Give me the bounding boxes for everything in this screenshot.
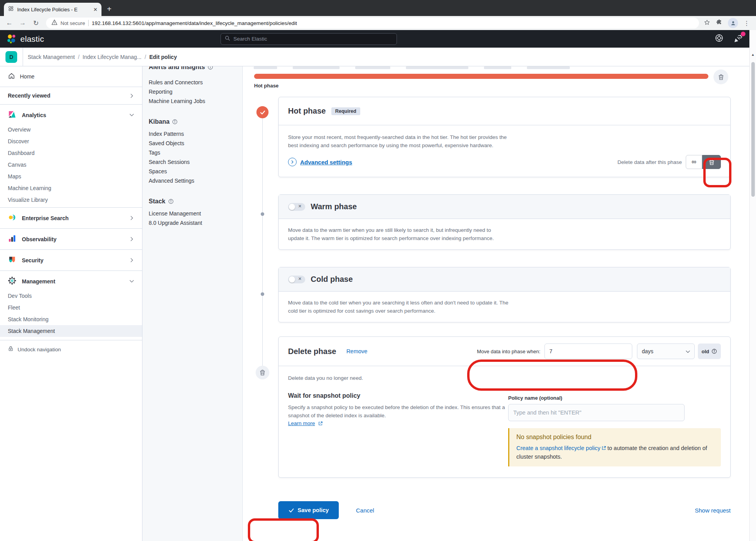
info-icon [208, 66, 213, 70]
subnav-item-spaces[interactable]: Spaces [149, 167, 242, 176]
sidebar-item-home[interactable]: Home [0, 68, 142, 85]
security-logo-icon [8, 255, 16, 265]
browser-toolbar: ← → ↻ Not secure 192.168.164.132:5601/ap… [0, 16, 756, 30]
move-data-label: Move data into phase when: [477, 349, 541, 354]
sidebar-item-dashboard[interactable]: Dashboard [0, 147, 142, 159]
cancel-link[interactable]: Cancel [356, 507, 374, 514]
breadcrumb-stack-management[interactable]: Stack Management [28, 54, 75, 60]
snapshot-policy-name-input[interactable] [508, 404, 685, 421]
search-input[interactable] [233, 36, 393, 42]
chevron-right-icon [129, 93, 134, 98]
sidebar-navigation: Home Recently viewed Analytic [0, 66, 142, 541]
browser-tab[interactable]: Index Lifecycle Policies - E ✕ [4, 3, 101, 16]
warm-phase-marker [261, 212, 264, 216]
sidebar-item-canvas[interactable]: Canvas [0, 159, 142, 171]
subnav-item-tags[interactable]: Tags [149, 148, 242, 157]
warm-phase-toggle[interactable]: ✕ [288, 203, 305, 211]
sidebar-group-management[interactable]: Management [0, 272, 142, 290]
not-secure-label: Not secure [60, 20, 85, 26]
subnav-item-license-management[interactable]: License Management [149, 209, 242, 218]
divider [23, 48, 23, 66]
subnav-item-ml-jobs[interactable]: Machine Learning Jobs [149, 96, 242, 106]
delete-data-trash-button[interactable] [702, 155, 721, 169]
edit-policy-main: Hot phase Hot phase Required [243, 66, 749, 541]
sidebar-item-stack-management[interactable]: Stack Management [0, 325, 142, 337]
bookmark-star-icon[interactable] [704, 19, 710, 27]
page-scrollbar[interactable]: ▲ [749, 30, 756, 541]
info-icon[interactable] [712, 349, 717, 354]
management-subnav: Alerts and Insights Rules and Connectors… [142, 66, 243, 541]
management-gear-icon [8, 276, 16, 286]
breadcrumb-ilm[interactable]: Index Lifecycle Manag... [83, 54, 142, 60]
sidebar-item-maps[interactable]: Maps [0, 171, 142, 182]
browser-menu-icon[interactable]: ⋮ [744, 20, 750, 27]
clipped-scrolled-content [254, 66, 734, 69]
back-icon[interactable]: ← [4, 19, 15, 27]
sidebar-group-observability[interactable]: Observability [0, 230, 142, 248]
browser-tab-strip: Index Lifecycle Policies - E ✕ + [0, 0, 756, 16]
move-data-timing-input[interactable] [544, 343, 632, 359]
global-search[interactable] [221, 33, 397, 45]
tab-title: Index Lifecycle Policies - E [17, 7, 90, 12]
subnav-item-search-sessions[interactable]: Search Sessions [149, 157, 242, 167]
sidebar-group-enterprise-search[interactable]: Enterprise Search [0, 209, 142, 227]
wait-snapshot-heading: Wait for snapshot policy [288, 392, 508, 399]
save-policy-button[interactable]: Save policy [278, 501, 339, 519]
scrollbar-thumb[interactable] [751, 62, 755, 197]
kibana-header: elastic [0, 30, 749, 48]
cold-phase-description: Move data to the cold tier when you are … [288, 299, 509, 315]
new-tab-button[interactable]: + [107, 5, 112, 14]
sidebar-recently-viewed[interactable]: Recently viewed [0, 89, 142, 103]
subnav-item-reporting[interactable]: Reporting [149, 87, 242, 96]
brand-name: elastic [20, 34, 44, 44]
cold-phase-toggle[interactable]: ✕ [288, 276, 305, 283]
sidebar-item-machine-learning[interactable]: Machine Learning [0, 182, 142, 194]
analytics-logo-icon [8, 110, 16, 120]
sidebar-group-analytics[interactable]: Analytics [0, 106, 142, 124]
subnav-item-rules-connectors[interactable]: Rules and Connectors [149, 78, 242, 87]
reload-icon[interactable]: ↻ [30, 19, 41, 27]
sidebar-group-security[interactable]: Security [0, 251, 142, 269]
undock-navigation[interactable]: Undock navigation [0, 340, 142, 358]
remove-delete-phase-link[interactable]: Remove [346, 348, 367, 354]
phase-timeline-hot-bar [254, 74, 708, 79]
chevron-circle-icon [288, 158, 297, 166]
subnav-item-upgrade-assistant[interactable]: 8.0 Upgrade Assistant [149, 218, 242, 228]
warm-phase-description: Move data to the warm tier when you are … [288, 226, 509, 242]
tab-close-icon[interactable]: ✕ [93, 7, 98, 12]
show-request-link[interactable]: Show request [695, 507, 731, 514]
cold-phase-marker [261, 292, 264, 296]
chevron-right-icon [129, 258, 134, 263]
forward-icon[interactable]: → [17, 19, 28, 27]
subnav-item-advanced-settings[interactable]: Advanced Settings [149, 176, 242, 185]
subnav-heading-stack: Stack [149, 197, 242, 206]
timing-unit-select[interactable]: days [637, 343, 695, 359]
newsfeed-icon[interactable] [734, 34, 743, 44]
browser-profile-avatar[interactable] [728, 18, 738, 28]
address-bar[interactable]: Not secure 192.168.164.132:5601/app/mana… [46, 18, 699, 28]
extensions-puzzle-icon[interactable] [716, 19, 722, 27]
keep-data-infinity-button[interactable]: ∞ [686, 155, 702, 169]
sidebar-item-discover[interactable]: Discover [0, 135, 142, 147]
sidebar-item-stack-monitoring[interactable]: Stack Monitoring [0, 313, 142, 325]
advanced-settings-link[interactable]: Advanced settings [288, 158, 352, 166]
space-avatar[interactable]: D [5, 51, 17, 63]
delete-data-after-phase-label: Delete data after this phase [617, 159, 682, 165]
sidebar-item-dev-tools[interactable]: Dev Tools [0, 290, 142, 302]
sidebar-item-visualize-library[interactable]: Visualize Library [0, 194, 142, 206]
create-snapshot-policy-link[interactable]: Create a snapshot lifecycle policy [516, 445, 600, 451]
elastic-logo[interactable]: elastic [6, 34, 44, 44]
annotation-save-policy-highlight [248, 518, 319, 541]
subnav-item-index-patterns[interactable]: Index Patterns [149, 129, 242, 139]
breadcrumb-edit-policy: Edit policy [149, 54, 177, 60]
observability-logo-icon [8, 234, 16, 244]
notification-dot [741, 32, 745, 36]
cold-phase-card: ✕ Cold phase Move data to the cold tier … [278, 267, 731, 322]
url-text: 192.168.164.132:5601/app/management/data… [92, 20, 297, 26]
learn-more-link[interactable]: Learn more [288, 420, 324, 426]
help-lifering-icon[interactable] [715, 34, 724, 44]
sidebar-item-overview[interactable]: Overview [0, 124, 142, 135]
scrollbar-up-arrow[interactable]: ▲ [750, 53, 756, 57]
subnav-item-saved-objects[interactable]: Saved Objects [149, 139, 242, 148]
sidebar-item-fleet[interactable]: Fleet [0, 302, 142, 313]
